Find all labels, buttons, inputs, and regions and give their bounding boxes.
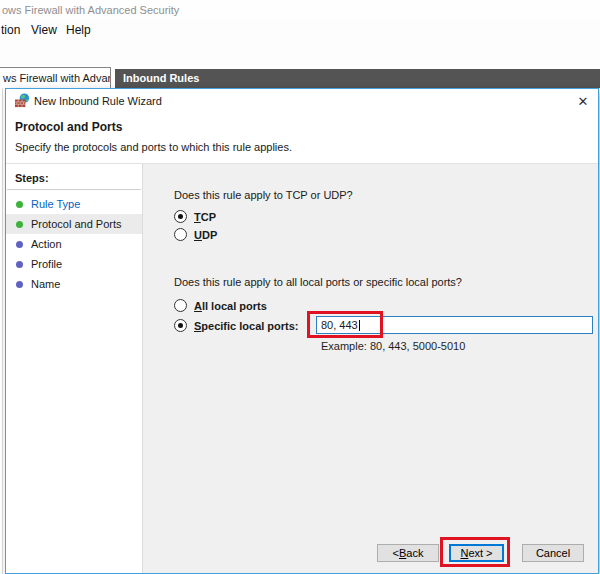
window-title: ows Firewall with Advanced Security <box>2 4 179 16</box>
tcp-radio-row: TCP <box>174 210 216 223</box>
step-bullet-icon <box>16 221 23 228</box>
udp-radio-label[interactable]: UDP <box>194 229 217 241</box>
step-profile[interactable]: Profile <box>6 254 142 274</box>
dialog-title: New Inbound Rule Wizard <box>34 89 162 113</box>
all-local-ports-label[interactable]: All local ports <box>194 300 267 312</box>
all-local-ports-radio[interactable] <box>174 299 187 312</box>
dialog-titlebar: New Inbound Rule Wizard ✕ <box>6 89 598 113</box>
step-bullet-icon <box>16 281 23 288</box>
page-title: Protocol and Ports <box>15 120 122 134</box>
step-action[interactable]: Action <box>6 234 142 254</box>
next-button[interactable]: Next > <box>449 544 504 562</box>
menu-help[interactable]: Help <box>66 23 91 37</box>
specific-local-ports-radio-row: Specific local ports: <box>174 319 299 332</box>
udp-radio[interactable] <box>174 228 187 241</box>
specific-local-ports-radio[interactable] <box>174 319 187 332</box>
specific-ports-input[interactable]: 80, 443 <box>316 316 593 334</box>
protocol-question: Does this rule apply to TCP or UDP? <box>174 189 353 201</box>
udp-radio-row: UDP <box>174 228 217 241</box>
menu-action[interactable]: tion <box>1 23 20 37</box>
screen: ows Firewall with Advanced Security tion… <box>0 0 600 574</box>
step-name[interactable]: Name <box>6 274 142 294</box>
tcp-radio[interactable] <box>174 210 187 223</box>
specific-local-ports-label[interactable]: Specific local ports: <box>194 320 299 332</box>
console-tree-panel-label: ws Firewall with Advance <box>3 72 111 84</box>
steps-heading: Steps: <box>7 169 141 190</box>
window-titlebar: ows Firewall with Advanced Security <box>0 0 600 20</box>
dialog-header: Protocol and Ports Specify the protocols… <box>6 113 598 164</box>
step-rule-type[interactable]: Rule Type <box>6 194 142 214</box>
step-protocol-and-ports[interactable]: Protocol and Ports <box>6 214 142 234</box>
step-bullet-icon <box>16 201 23 208</box>
new-inbound-rule-wizard-dialog: New Inbound Rule Wizard ✕ Protocol and P… <box>5 88 599 574</box>
inbound-rules-panel-header: Inbound Rules <box>115 69 600 88</box>
step-bullet-icon <box>16 261 23 268</box>
step-bullet-icon <box>16 241 23 248</box>
firewall-icon <box>15 93 30 108</box>
dialog-body: Steps: Rule Type Protocol and Ports Acti… <box>6 164 598 573</box>
all-local-ports-radio-row: All local ports <box>174 299 267 312</box>
steps-sidebar: Steps: Rule Type Protocol and Ports Acti… <box>6 164 143 573</box>
page-subtitle: Specify the protocols and ports to which… <box>15 141 292 153</box>
specific-ports-input-value: 80, 443 <box>321 319 358 331</box>
wizard-content: Does this rule apply to TCP or UDP? TCP … <box>143 164 598 573</box>
menu-bar: tion View Help <box>0 20 600 40</box>
menu-view[interactable]: View <box>31 23 57 37</box>
cancel-button[interactable]: Cancel <box>522 544 584 562</box>
toolbar: ? <box>0 40 600 66</box>
close-icon[interactable]: ✕ <box>573 91 593 111</box>
tcp-radio-label[interactable]: TCP <box>194 211 216 223</box>
text-cursor <box>359 320 360 331</box>
ports-question: Does this rule apply to all local ports … <box>174 276 462 288</box>
back-button[interactable]: < Back <box>377 544 439 562</box>
ports-example-text: Example: 80, 443, 5000-5010 <box>321 340 465 352</box>
inbound-rules-panel-label: Inbound Rules <box>123 72 199 84</box>
